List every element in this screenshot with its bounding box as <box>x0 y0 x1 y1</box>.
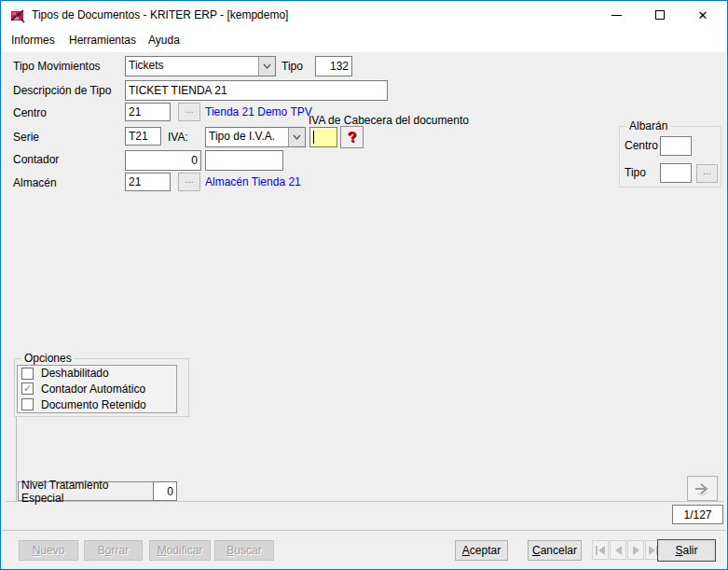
previous-record-icon <box>615 546 622 555</box>
chevron-down-icon[interactable] <box>288 128 305 146</box>
albaran-centro-label: Centro <box>625 139 658 152</box>
serie-input[interactable] <box>125 127 161 146</box>
contador-label: Contador <box>13 153 59 166</box>
form-area: Tipo Movimientos Tickets Tipo Descripció… <box>2 52 726 569</box>
previous-record-button[interactable] <box>610 540 626 560</box>
chevron-down-icon[interactable] <box>258 57 275 76</box>
albaran-group: Albarán Centro Tipo ... <box>619 126 721 188</box>
checkbox-icon[interactable] <box>21 368 34 380</box>
almacen-description-link[interactable]: Almacén Tienda 21 <box>205 175 301 188</box>
centro-label: Centro <box>13 106 47 119</box>
iva-code-input[interactable] <box>309 127 337 147</box>
nivel-tratamiento-label: Nivel Tratamiento Especial <box>21 479 153 505</box>
buttonbar-separator <box>2 530 726 531</box>
next-record-button[interactable] <box>627 540 644 560</box>
centro-input[interactable] <box>125 103 171 121</box>
maximize-button[interactable] <box>639 1 681 29</box>
nivel-tratamiento-input[interactable] <box>153 481 177 501</box>
option-deshabilitado[interactable]: Deshabilitado <box>17 365 177 382</box>
record-indicator: 1/127 <box>672 505 723 524</box>
tipo-movimientos-value: Tickets <box>126 57 258 76</box>
centro-browse-button[interactable]: ... <box>178 103 200 121</box>
tipo-input[interactable] <box>315 56 352 76</box>
nivel-tratamiento-label-box: Nivel Tratamiento Especial <box>18 481 154 501</box>
albaran-browse-button[interactable]: ... <box>696 164 718 183</box>
almacen-label: Almacén <box>13 176 57 189</box>
albaran-tipo-input[interactable] <box>660 163 692 183</box>
app-icon <box>10 8 25 23</box>
tipo-movimientos-label: Tipo Movimientos <box>13 60 101 73</box>
iva-label: IVA: <box>168 131 188 144</box>
opciones-group: Opciones Deshabilitado ✓ Contador Automá… <box>14 358 189 417</box>
albaran-group-title: Albarán <box>626 119 670 132</box>
text-caret <box>313 131 314 144</box>
help-icon: ? <box>346 128 357 146</box>
iva-type-select[interactable]: Tipo de I.V.A. <box>205 127 306 147</box>
opciones-group-title: Opciones <box>21 352 75 365</box>
record-indicator-text: 1/127 <box>683 508 711 521</box>
aceptar-button[interactable]: Aceptar <box>455 540 508 561</box>
tipo-label: Tipo <box>282 60 303 73</box>
contador-secondary-input[interactable] <box>205 150 283 171</box>
option-label: Documento Retenido <box>41 398 146 411</box>
cancelar-button[interactable]: Cancelar <box>528 540 582 561</box>
option-documento-retenido[interactable]: Documento Retenido <box>17 396 177 413</box>
tipo-movimientos-select[interactable]: Tickets <box>125 56 276 76</box>
menu-herramientas[interactable]: Herramientas <box>69 34 136 47</box>
window-title: Tipos de Documentos - KRITER ERP - [kemp… <box>32 8 288 21</box>
minimize-icon <box>611 15 622 16</box>
next-record-icon <box>633 546 639 555</box>
salir-button[interactable]: Salir <box>657 539 716 562</box>
iva-help-button[interactable]: ? <box>340 126 364 148</box>
menu-informes[interactable]: Informes <box>11 34 55 47</box>
first-record-icon <box>596 546 598 555</box>
maximize-icon <box>655 10 665 20</box>
albaran-centro-input[interactable] <box>660 136 692 156</box>
nuevo-button[interactable]: Nuevo <box>19 540 78 561</box>
first-record-button[interactable] <box>592 540 609 560</box>
almacen-browse-button[interactable]: ... <box>178 173 200 191</box>
iva-header-label: IVA de Cabecera del documento <box>309 114 469 127</box>
menu-bar: Informes Herramientas Ayuda <box>1 30 727 52</box>
title-bar[interactable]: Tipos de Documentos - KRITER ERP - [kemp… <box>1 1 727 30</box>
checkbox-icon[interactable] <box>21 398 34 410</box>
frame-left-line <box>16 417 17 501</box>
borrar-button[interactable]: Borrar <box>84 540 143 561</box>
albaran-tipo-label: Tipo <box>625 166 646 179</box>
buscar-button[interactable]: Buscar <box>214 540 274 561</box>
close-icon: ✕ <box>698 9 708 21</box>
option-label: Contador Automático <box>41 382 145 396</box>
minimize-button[interactable] <box>595 1 638 29</box>
centro-description-link[interactable]: Tienda 21 Demo TPV <box>205 105 312 118</box>
iva-type-value: Tipo de I.V.A. <box>206 128 288 146</box>
arrow-right-icon <box>694 482 712 495</box>
go-button[interactable] <box>687 476 718 501</box>
modificar-button[interactable]: Modificar <box>149 540 211 561</box>
option-label: Deshabilitado <box>41 367 109 380</box>
checkbox-checked-icon[interactable]: ✓ <box>21 382 34 395</box>
serie-label: Serie <box>13 131 39 144</box>
almacen-input[interactable] <box>125 173 171 191</box>
app-window: Tipos de Documentos - KRITER ERP - [kemp… <box>0 0 728 570</box>
descripcion-label: Descripción de Tipo <box>13 84 111 97</box>
contador-input[interactable] <box>125 150 201 171</box>
menu-ayuda[interactable]: Ayuda <box>148 34 180 47</box>
option-contador-automatico[interactable]: ✓ Contador Automático <box>17 381 177 397</box>
close-button[interactable]: ✕ <box>681 1 724 29</box>
descripcion-input[interactable] <box>125 80 388 101</box>
